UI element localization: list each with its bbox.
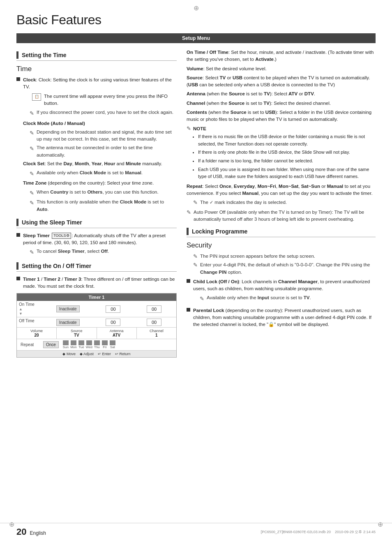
clock-mode-title: Clock Mode (Auto / Manual) xyxy=(23,120,177,127)
tools-badge: TOOLS⚙ xyxy=(52,233,71,239)
page-title: Basic Features xyxy=(16,12,376,28)
source-col: Source TV xyxy=(57,328,97,339)
repeat-row: Repeat Once Sun Mon Tue Wed Thu Fri Sat xyxy=(17,339,176,351)
parental-lock-content: Parental Lock (depending on the country)… xyxy=(193,307,376,330)
child-lock-content: Child Lock (Off / On): Lock channels in … xyxy=(193,278,376,305)
timer-table-title: Timer 1 xyxy=(17,293,176,301)
note-icon-6: ✎ xyxy=(30,248,34,256)
parental-lock-bullet: Parental Lock (depending on the country)… xyxy=(187,307,376,330)
time-zone-para: Time Zone (depending on the country): Se… xyxy=(23,180,177,187)
mon-label: Mon xyxy=(70,340,77,349)
clock-mode-note2-block: ✎ The antenna must be connected in order… xyxy=(30,144,177,159)
info-icon: 📋 xyxy=(32,93,41,101)
bullet-square-icon xyxy=(16,77,20,81)
nav-adjust: ◆ Adjust xyxy=(80,352,94,356)
note-header-icon: ✎ xyxy=(187,125,191,132)
repeat-para: Repeat: Select Once, Everyday, Mon~Fri, … xyxy=(187,183,376,197)
off-time-inactivate: Inactivate xyxy=(56,319,80,326)
page-footer: 20 English [PC6500_ZT]BN68-02807E-02L03.… xyxy=(0,523,392,537)
page-lang: English xyxy=(30,530,46,536)
setup-menu-banner: Setup Menu xyxy=(16,33,376,43)
footer-file-text: [PC6500_ZT]BN68-02807E-02L03.indb 20 xyxy=(261,530,331,534)
volume-para: Volume: Set the desired volume level. xyxy=(187,65,376,72)
disconnect-note-text: If you disconnect the power cord, you ha… xyxy=(37,109,177,116)
source-para: Source: Select TV or USB content to be p… xyxy=(187,74,376,89)
repeat-note-text: The ✓ mark indicates the day is selected… xyxy=(200,199,376,206)
auto-power-note-icon: ✎ xyxy=(187,209,191,215)
on-off-timer-heading: Setting the On / Off Timer xyxy=(22,263,91,269)
child-lock-para: Child Lock (Off / On): Lock channels in … xyxy=(193,278,376,293)
nav-enter: ↵ Enter xyxy=(98,352,111,356)
sat-label: Sat xyxy=(109,340,116,349)
channel-col: Channel 1 xyxy=(137,328,176,339)
security-sub-heading: Security xyxy=(187,241,376,250)
on-time-label: On Time▲▼ xyxy=(17,301,42,317)
clock-mode-note1: Depending on the broadcast station and s… xyxy=(37,129,177,143)
days-row: Sun Mon Tue Wed Thu Fri Sat xyxy=(62,340,175,349)
tue-label: Tue xyxy=(78,340,85,349)
thu-label: Thu xyxy=(93,340,101,349)
locking-heading: Locking Programme xyxy=(192,228,247,235)
timer-on-time-row: On Time▲▼ Inactivate 00 00 xyxy=(17,301,176,317)
on-time-min: 00 xyxy=(147,305,161,313)
off-time-hour: 00 xyxy=(106,319,120,326)
sleep-timer-bullet: Sleep Timer TOOLS⚙: Automatically shuts … xyxy=(16,232,177,258)
page-number-block: 20 English xyxy=(16,527,46,537)
nav-return: ↩ Return xyxy=(115,352,131,356)
timer-nav-bar: ◆ Move ◆ Adjust ↵ Enter ↩ Return xyxy=(17,351,176,357)
repeat-label: Repeat xyxy=(18,341,43,348)
antenna-col: Antenna ATV xyxy=(97,328,137,339)
channel-para: Channel (when the Source is set to TV): … xyxy=(187,100,376,107)
info-text: The current time will appear every time … xyxy=(44,93,177,107)
note-icon-2: ✎ xyxy=(30,145,34,153)
note-icon-1: ✎ xyxy=(30,129,34,137)
pin-note1-block: ✎ The PIN input screen appears before th… xyxy=(193,253,376,260)
time-zone-note2: This function is only available when the… xyxy=(37,199,177,213)
clock-bullet: Clock: Clock: Setting the clock is for u… xyxy=(16,76,177,215)
info-block: 📋 The current time will appear every tim… xyxy=(32,93,177,107)
timer-intro: Timer 1 / Timer 2 / Timer 3: Three diffe… xyxy=(23,277,175,289)
on-time-hour: 00 xyxy=(106,305,120,313)
section-setting-time: Setting the Time xyxy=(16,51,177,61)
repeat-once: Once xyxy=(43,341,59,348)
right-column: On Time / Off Time: Set the hour, minute… xyxy=(187,49,376,361)
left-column: Setting the Time Time Clock: Clock: Sett… xyxy=(16,49,177,361)
off-time-values: Inactivate 00 00 xyxy=(42,317,176,327)
contents-para: Contents (when the Source is set to USB)… xyxy=(187,109,376,123)
note-item-3: If a folder name is too long, the folder… xyxy=(198,157,376,165)
clock-bullet-content: Clock: Clock: Setting the clock is for u… xyxy=(23,76,177,215)
clock-mode-note2: The antenna must be connected in order t… xyxy=(37,144,177,159)
pin-note1-icon: ✎ xyxy=(193,253,198,259)
timer-table: Timer 1 On Time▲▼ Inactivate 00 00 Off T… xyxy=(16,293,177,358)
footer-file-info: [PC6500_ZT]BN68-02807E-02L03.indb 20 201… xyxy=(261,529,376,535)
note-header: ✎ NOTE xyxy=(187,125,376,132)
clock-set-para: Clock Set: Set the Day, Month, Year, Hou… xyxy=(23,160,177,167)
section-locking-programme: Locking Programme xyxy=(187,228,376,237)
antenna-para: Antenna (when the Source is set to TV): … xyxy=(187,90,376,97)
note-item-1: If there is no music file on the USB dev… xyxy=(198,133,376,148)
time-zone-note1-block: ✎ When Country is set to Others, you can… xyxy=(30,189,177,197)
sleep-timer-content: Sleep Timer TOOLS⚙: Automatically shuts … xyxy=(23,232,177,258)
child-lock-note-icon: ✎ xyxy=(200,295,204,303)
note-section: ✎ NOTE If there is no music file on the … xyxy=(187,125,376,180)
timer-bullet: Timer 1 / Timer 2 / Timer 3: Three diffe… xyxy=(16,276,177,290)
pin-note2-block: ✎ Enter your 4-digit PIN, the default of… xyxy=(193,261,376,276)
footer-date-text: 2010-09-29 오후 2:14:45 xyxy=(335,530,376,534)
clock-set-note: Available only when Clock Mode is set to… xyxy=(37,169,177,176)
on-time-inactivate: Inactivate xyxy=(56,305,80,312)
nav-move: ◆ Move xyxy=(62,352,76,356)
note-bullet-list: If there is no music file on the USB dev… xyxy=(198,133,376,180)
off-time-label: Off Time xyxy=(17,317,42,327)
section-bar-icon xyxy=(16,51,18,59)
off-time-min: 00 xyxy=(147,319,161,326)
parental-lock-para: Parental Lock (depending on the country)… xyxy=(193,307,376,328)
child-lock-bullet: Child Lock (Off / On): Lock channels in … xyxy=(187,278,376,305)
setup-menu-label: Setup Menu xyxy=(182,35,210,41)
note-pencil-icon: ✎ xyxy=(30,109,34,118)
auto-power-note-block: ✎ Auto Power Off (available only when th… xyxy=(187,209,376,223)
volume-col: Volume 20 xyxy=(17,328,57,339)
wed-label: Wed xyxy=(85,340,93,349)
note-icon-4: ✎ xyxy=(30,189,34,197)
note-item-4: Each USB you use is assigned its own fol… xyxy=(198,166,376,180)
repeat-note-block: ✎ The ✓ mark indicates the day is select… xyxy=(193,199,376,206)
